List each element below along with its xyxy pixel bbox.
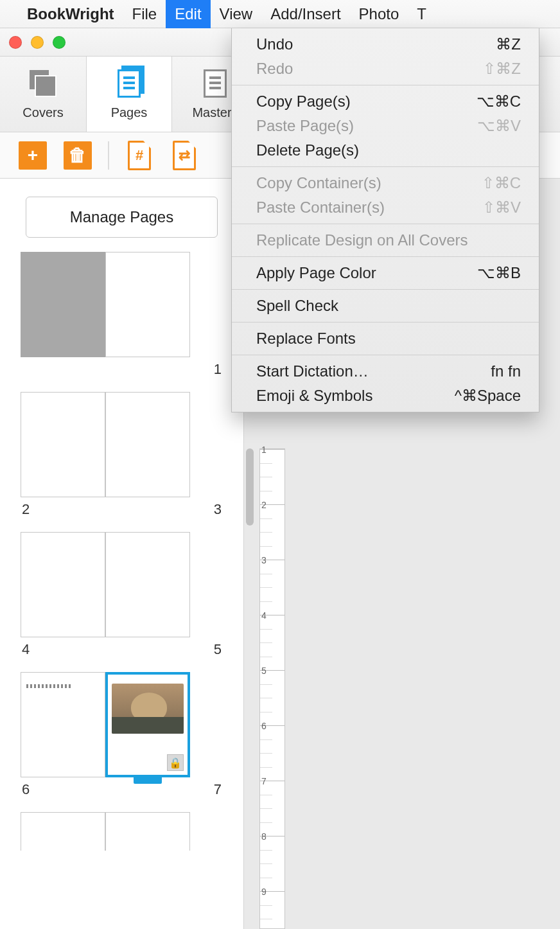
page-thumb[interactable] — [21, 252, 105, 357]
ruler-minor-tick — [260, 795, 272, 795]
menu-item-shortcut: ⇧⌘V — [482, 199, 521, 217]
page-thumbnails: 1 2 3 4 5 — [0, 252, 243, 851]
ruler-tick-label: 3 — [261, 555, 267, 565]
vertical-ruler: 12345678910 — [259, 448, 285, 929]
menubar-item-truncated[interactable]: T — [408, 0, 435, 28]
ruler-tick-label: 4 — [261, 610, 267, 621]
page-number-label: 3 — [214, 501, 222, 518]
menu-item: Copy Container(s)⇧⌘C — [232, 171, 539, 195]
ruler-tick-label: 5 — [261, 666, 267, 676]
page-thumb[interactable] — [21, 392, 105, 497]
menu-item: Paste Container(s)⇧⌘V — [232, 195, 539, 220]
menu-item[interactable]: Start Dictation…fn fn — [232, 359, 539, 384]
zoom-window-button[interactable] — [53, 36, 66, 49]
ruler-minor-tick — [260, 919, 272, 919]
menu-item[interactable]: Apply Page Color⌥⌘B — [232, 261, 539, 285]
masters-icon — [200, 68, 231, 99]
menubar-item-add-insert[interactable]: Add/Insert — [261, 0, 349, 28]
page-spread[interactable] — [21, 532, 223, 637]
ruler-tick-label: 9 — [261, 887, 267, 897]
page-number-button[interactable]: # — [125, 138, 154, 173]
delete-page-button[interactable]: 🗑 — [63, 138, 92, 173]
ruler-minor-tick — [260, 642, 272, 643]
menu-item-label: Delete Page(s) — [256, 141, 359, 159]
page-thumb[interactable] — [105, 252, 190, 357]
toolbar-separator — [108, 141, 109, 170]
ruler-tick: 6 — [260, 725, 284, 726]
menu-item-label: Copy Page(s) — [256, 93, 351, 111]
tab-covers[interactable]: Covers — [0, 57, 86, 132]
tab-label: Covers — [22, 105, 63, 120]
selection-caret-icon — [134, 775, 162, 784]
covers-icon — [28, 68, 58, 99]
ruler-minor-tick — [260, 532, 272, 533]
page-spread[interactable] — [21, 812, 223, 851]
page-swap-button[interactable]: ⇄ — [170, 138, 199, 173]
menubar-item-file[interactable]: File — [123, 0, 166, 28]
ruler-minor-tick — [260, 463, 272, 464]
menubar-item-edit[interactable]: Edit — [166, 0, 210, 28]
scrollbar-thumb[interactable] — [246, 448, 254, 526]
edit-menu-dropdown: Undo⌘ZRedo⇧⌘ZCopy Page(s)⌥⌘CPaste Page(s… — [231, 28, 539, 412]
page-number-label: 6 — [22, 781, 30, 798]
page-thumb[interactable] — [21, 812, 105, 851]
page-number-label: 4 — [22, 641, 30, 658]
page-spread[interactable] — [21, 252, 223, 357]
page-numbers: 4 5 — [22, 641, 222, 658]
page-spread[interactable] — [21, 392, 223, 497]
close-window-button[interactable] — [9, 36, 22, 49]
ruler-minor-tick — [260, 491, 272, 491]
ruler-minor-tick — [260, 574, 272, 574]
ruler-tick: 8 — [260, 836, 284, 836]
app-name[interactable]: BookWright — [18, 5, 123, 23]
menu-item[interactable]: Replace Fonts — [232, 326, 539, 351]
page-thumb[interactable] — [105, 392, 190, 497]
ruler-minor-tick — [260, 712, 272, 712]
minimize-window-button[interactable] — [31, 36, 44, 49]
tab-pages[interactable]: Pages — [86, 57, 172, 132]
trash-icon: 🗑 — [64, 141, 92, 170]
page-numbers: 6 7 — [22, 781, 222, 798]
pages-panel: Manage Pages 1 2 3 — [0, 179, 244, 929]
menu-item-label: Paste Page(s) — [256, 117, 354, 135]
page-spread[interactable]: 🔒 — [21, 672, 223, 777]
menu-item[interactable]: Emoji & Symbols^⌘Space — [232, 384, 539, 408]
menu-separator — [232, 166, 539, 167]
ruler-minor-tick — [260, 739, 272, 740]
tab-label: Pages — [111, 105, 148, 120]
add-page-button[interactable]: + — [18, 138, 48, 173]
page-number-label: 7 — [214, 781, 222, 798]
menubar-item-view[interactable]: View — [211, 0, 262, 28]
page-thumb[interactable] — [21, 532, 105, 637]
ruler-tick: 4 — [260, 615, 284, 615]
menu-item-shortcut: ⌘Z — [496, 35, 521, 53]
swap-icon: ⇄ — [173, 141, 196, 170]
page-thumb[interactable] — [21, 672, 105, 777]
menubar-item-photo[interactable]: Photo — [350, 0, 408, 28]
ruler-minor-tick — [260, 822, 272, 823]
page-number-label: 2 — [22, 501, 30, 518]
ruler-minor-tick — [260, 905, 272, 906]
menu-item-shortcut: ⇧⌘Z — [483, 60, 521, 78]
manage-pages-button[interactable]: Manage Pages — [26, 197, 218, 238]
menu-item-label: Start Dictation… — [256, 362, 369, 380]
page-thumb-selected[interactable]: 🔒 — [105, 672, 190, 777]
page-numbers: 2 3 — [22, 501, 222, 518]
menu-item[interactable]: Copy Page(s)⌥⌘C — [232, 89, 539, 114]
vertical-scrollbar[interactable] — [244, 448, 256, 718]
menu-item-shortcut: ⇧⌘C — [482, 174, 521, 192]
menu-item-label: Apply Page Color — [256, 264, 376, 282]
mac-menubar: BookWright File Edit View Add/Insert Pho… — [0, 0, 560, 28]
menu-item-label: Replace Fonts — [256, 330, 356, 348]
menu-item-label: Replicate Design on All Covers — [256, 231, 468, 249]
ruler-minor-tick — [260, 477, 272, 477]
ruler-minor-tick — [260, 863, 272, 864]
ruler-tick: 7 — [260, 781, 284, 781]
page-thumb[interactable] — [105, 532, 190, 637]
ruler-tick-label: 6 — [261, 721, 267, 731]
menu-item[interactable]: Delete Page(s) — [232, 138, 539, 163]
page-thumb[interactable] — [105, 812, 190, 851]
ruler-minor-tick — [260, 546, 272, 547]
menu-item[interactable]: Spell Check — [232, 294, 539, 318]
menu-item[interactable]: Undo⌘Z — [232, 32, 539, 57]
